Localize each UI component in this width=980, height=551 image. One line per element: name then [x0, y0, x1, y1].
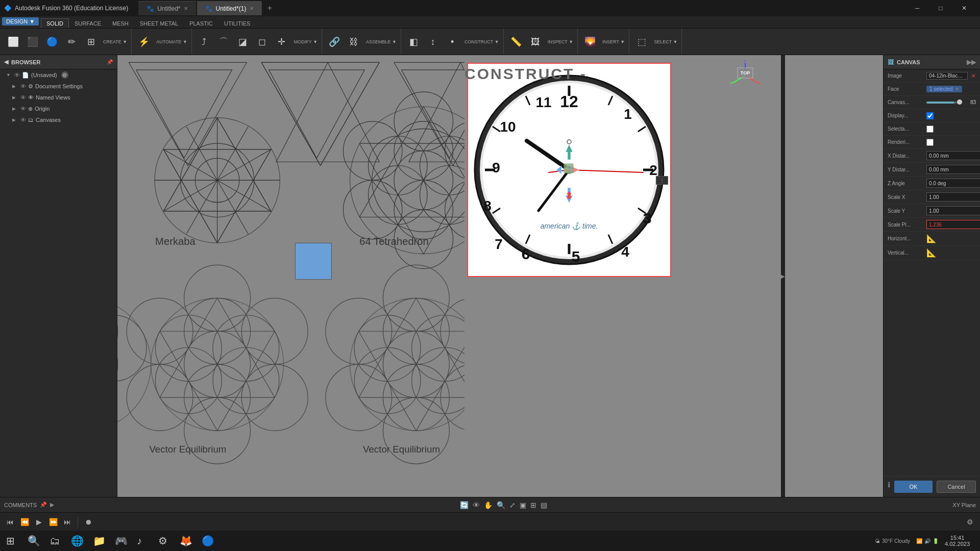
taskbar-app3-btn[interactable]: 🔵 [198, 532, 218, 550]
panel-resize-handle[interactable]: ▶ [781, 55, 785, 497]
eye-icon-2[interactable]: 👁 [20, 83, 26, 89]
ribbon-tab-solid[interactable]: SOLID [41, 18, 69, 28]
taskbar-edge-btn[interactable]: 🌐 [67, 532, 88, 550]
media-skip-start-btn[interactable]: ⏮ [4, 516, 16, 528]
joint-btn[interactable]: 🔗 [325, 32, 344, 52]
media-settings-btn[interactable]: ⚙ [964, 516, 976, 528]
z-angle-input[interactable] [926, 179, 980, 188]
taskbar-search-btn[interactable]: 🔍 [23, 532, 44, 550]
display-checkbox[interactable] [926, 112, 934, 119]
taskbar-app1-btn[interactable]: 🎮 [111, 532, 132, 550]
tab-close-btn-1[interactable]: ✕ [250, 6, 254, 11]
image-remove-btn[interactable]: ✕ [971, 72, 976, 80]
close-button[interactable]: ✕ [952, 0, 976, 16]
create-dropdown[interactable]: CREATE ▼ [101, 32, 129, 52]
vertical-btn[interactable]: 📐 [926, 248, 937, 258]
orbit-tool-icon[interactable]: 🔄 [460, 501, 469, 509]
browser-header[interactable]: ◀ BROWSER 📌 [0, 55, 117, 69]
fit-tool-icon[interactable]: ⤢ [509, 501, 516, 509]
horizontal-btn[interactable]: 📐 [926, 234, 937, 243]
browser-item-canvases[interactable]: ▶ 👁 🗂 Canvases [0, 114, 117, 126]
insert-dropdown[interactable]: INSERT ▼ [600, 32, 627, 52]
plane-btn[interactable]: ◧ [404, 32, 423, 52]
inspect-dropdown[interactable]: INSPECT ▼ [546, 32, 575, 52]
browser-pin-icon[interactable]: 📌 [107, 59, 113, 65]
eye-icon-5[interactable]: 👁 [20, 117, 26, 123]
x-distance-input[interactable] [926, 151, 980, 160]
scale-y-input[interactable] [926, 206, 980, 215]
comments-arrow-icon[interactable]: ▶ [50, 502, 54, 508]
media-prev-btn[interactable]: ⏪ [18, 516, 31, 528]
comments-pin-icon[interactable]: 📌 [40, 502, 47, 508]
automate-dropdown[interactable]: AUTOMATE ▼ [154, 32, 189, 52]
sketch-btn[interactable]: ✏ [62, 32, 81, 52]
scale-plane-input[interactable] [926, 220, 980, 229]
navigation-cube[interactable]: Z X Y TOP [730, 60, 761, 91]
select-dropdown[interactable]: SELECT ▼ [652, 32, 679, 52]
browser-item-doc-settings[interactable]: ▶ 👁 ⚙ Document Settings [0, 81, 117, 92]
renderable-checkbox[interactable] [926, 139, 934, 146]
media-play-btn[interactable]: ▶ [33, 516, 45, 528]
pan-tool-icon[interactable]: ✋ [484, 501, 493, 509]
media-skip-end-btn[interactable]: ⏭ [61, 516, 74, 528]
shell-btn[interactable]: ◻ [253, 32, 272, 52]
ribbon-tab-plastic[interactable]: PLASTIC [184, 18, 218, 28]
viewport[interactable]: Merkaba 64 Tetrahedron Vector Equilibriu… [117, 55, 883, 497]
press-pull-btn[interactable]: ⤴ [195, 32, 213, 52]
pattern-btn[interactable]: ⊞ [82, 32, 100, 52]
grid-icon[interactable]: ⊞ [530, 501, 536, 509]
chamfer-btn[interactable]: ◪ [234, 32, 252, 52]
eye-icon-3[interactable]: 👁 [20, 94, 26, 101]
taskbar-app2-btn[interactable]: ⚙ [154, 532, 175, 550]
media-next-btn[interactable]: ⏩ [47, 516, 59, 528]
construct-dropdown[interactable]: CONSTRUCT ▼ [462, 32, 501, 52]
selectable-checkbox[interactable] [926, 126, 934, 133]
tab-close-btn[interactable]: ✕ [184, 6, 188, 11]
media-record-btn[interactable]: ⏺ [82, 516, 94, 528]
assemble-dropdown[interactable]: ASSEMBLE ▼ [364, 32, 399, 52]
taskbar-files-btn[interactable]: 📁 [89, 532, 110, 550]
point-btn[interactable]: • [443, 32, 461, 52]
y-distance-input[interactable] [926, 165, 980, 174]
revolve-btn[interactable]: 🔵 [43, 32, 61, 52]
eye-icon[interactable]: 👁 [14, 72, 20, 78]
opacity-slider[interactable] [926, 102, 960, 104]
tab-untitled[interactable]: 🐾 Untitled* ✕ [138, 1, 195, 15]
ribbon-tab-sheet-metal[interactable]: SHEET METAL [134, 18, 184, 28]
context-menu-dots[interactable]: ⋮ [656, 176, 668, 185]
canvas-image-area[interactable]: 12 1 2 3 4 5 6 7 8 9 10 11 american ⚓ ti… [467, 63, 671, 277]
display-mode-icon[interactable]: ▣ [520, 501, 526, 509]
taskbar-media-btn[interactable]: ♪ [133, 532, 153, 550]
settings-icon[interactable]: ⚙ [61, 71, 68, 79]
maximize-button[interactable]: □ [929, 0, 952, 16]
axis-btn[interactable]: ↕ [424, 32, 442, 52]
browser-item-unsaved[interactable]: ▼ 👁 📄 (Unsaved) ⚙ [0, 69, 117, 81]
automate-btn[interactable]: ⚡ [135, 32, 153, 52]
measure-btn[interactable]: 📏 [507, 32, 525, 52]
ribbon-tab-surface[interactable]: SURFACE [69, 18, 107, 28]
tab-untitled-1[interactable]: 🐾 Untitled*(1) ✕ [197, 1, 262, 15]
select-btn[interactable]: ⬚ [632, 32, 651, 52]
tab-add-button[interactable]: + [263, 1, 277, 15]
ribbon-tab-mesh[interactable]: MESH [107, 18, 134, 28]
minimize-button[interactable]: ─ [905, 0, 929, 16]
browser-item-named-views[interactable]: ▶ 👁 👁 Named Views [0, 92, 117, 103]
move-btn[interactable]: ✛ [273, 32, 291, 52]
modify-dropdown[interactable]: MODIFY ▼ [292, 32, 320, 52]
scale-x-input[interactable] [926, 192, 980, 202]
browser-item-origin[interactable]: ▶ 👁 ⊕ Origin [0, 103, 117, 114]
panel-collapse-btn[interactable]: ▶▶ [967, 59, 976, 66]
face-remove-btn[interactable]: ✕ [955, 86, 959, 92]
ribbon-tab-utilities[interactable]: UTILITIES [218, 18, 256, 28]
ok-button[interactable]: OK [894, 481, 933, 493]
fillet-btn[interactable]: ⌒ [214, 32, 233, 52]
extrude-btn[interactable]: ⬛ [23, 32, 42, 52]
view-settings-icon[interactable]: ▤ [541, 501, 547, 509]
info-icon[interactable]: ℹ [888, 481, 890, 493]
joint2-btn[interactable]: ⛓ [345, 32, 363, 52]
cancel-button[interactable]: Cancel [937, 481, 976, 493]
taskbar-firefox-btn[interactable]: 🦊 [176, 532, 197, 550]
taskbar-taskview-btn[interactable]: 🗂 [45, 532, 66, 550]
design-button[interactable]: DESIGN ▼ [2, 17, 39, 26]
zoom-tool-icon[interactable]: 🔍 [497, 501, 505, 509]
